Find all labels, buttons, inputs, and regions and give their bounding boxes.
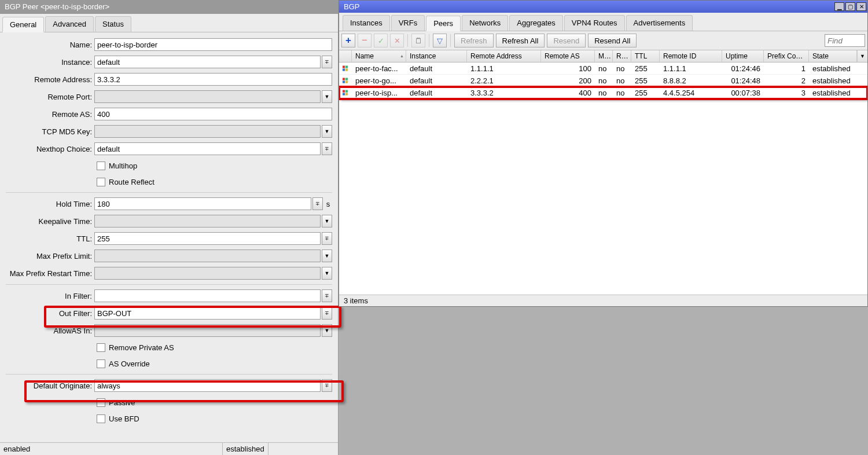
col-menu-icon[interactable]: ▼ bbox=[857, 50, 867, 62]
grid-header: Name Instance Remote Address Remote AS M… bbox=[339, 50, 867, 63]
checkbox-multihop[interactable] bbox=[97, 162, 105, 170]
checkbox-route-reflect[interactable] bbox=[97, 178, 105, 186]
col-name[interactable]: Name bbox=[352, 50, 406, 62]
cell-multihop: no bbox=[595, 76, 613, 85]
table-row[interactable]: peer-to-fac...default1.1.1.1100nono2551.… bbox=[339, 63, 867, 75]
input-nexthop[interactable] bbox=[94, 142, 321, 155]
maxpfxr-dropdown-icon[interactable]: ▼ bbox=[322, 267, 332, 280]
col-remote-as[interactable]: Remote AS bbox=[541, 50, 595, 62]
label-ttl: TTL: bbox=[0, 234, 94, 243]
cell-ttl: 255 bbox=[631, 89, 660, 97]
remove-button[interactable]: − bbox=[358, 34, 372, 47]
input-infilter[interactable] bbox=[94, 289, 321, 302]
col-route-reflect[interactable]: Ro... bbox=[613, 50, 631, 62]
infilter-dropdown-icon[interactable]: ∓ bbox=[322, 289, 332, 302]
label-remove-private-as: Remove Private AS bbox=[109, 343, 174, 352]
tab-vrfs[interactable]: VRFs bbox=[391, 15, 425, 31]
allowas-dropdown-icon[interactable]: ▼ bbox=[322, 324, 332, 337]
bgp-title-text: BGP bbox=[344, 2, 359, 11]
find-input[interactable] bbox=[825, 34, 865, 47]
svg-rect-11 bbox=[345, 93, 348, 95]
label-remote-port: Remote Port: bbox=[0, 93, 94, 101]
input-keepalive[interactable] bbox=[94, 215, 321, 228]
disable-button[interactable]: ✕ bbox=[390, 34, 404, 47]
deforig-dropdown-icon[interactable]: ∓ bbox=[322, 379, 332, 392]
input-remote-port[interactable] bbox=[94, 90, 321, 103]
tab-instances[interactable]: Instances bbox=[343, 15, 390, 31]
col-flag[interactable] bbox=[339, 50, 352, 62]
checkbox-remove-private-as[interactable] bbox=[97, 343, 105, 352]
refresh-button[interactable]: Refresh bbox=[454, 34, 494, 47]
cell-prefix-count: 1 bbox=[764, 64, 809, 73]
input-instance[interactable] bbox=[94, 56, 321, 68]
cell-uptime: 00:07:38 bbox=[722, 89, 764, 97]
add-button[interactable]: + bbox=[341, 34, 355, 47]
resend-all-button[interactable]: Resend All bbox=[588, 34, 637, 47]
tab-peers[interactable]: Peers bbox=[426, 16, 461, 31]
tab-advanced[interactable]: Advanced bbox=[45, 16, 94, 32]
table-row[interactable]: peer-to-isp...default3.3.3.2400nono2554.… bbox=[339, 87, 867, 99]
cell-multihop: no bbox=[595, 89, 613, 97]
refresh-all-button[interactable]: Refresh All bbox=[496, 34, 545, 47]
cell-remote-id: 8.8.8.2 bbox=[660, 76, 722, 85]
col-prefix-count[interactable]: Prefix Count bbox=[764, 50, 809, 62]
col-instance[interactable]: Instance bbox=[406, 50, 467, 62]
svg-rect-4 bbox=[343, 78, 345, 80]
checkbox-as-override[interactable] bbox=[97, 359, 105, 368]
maximize-icon[interactable]: ▢ bbox=[845, 2, 855, 11]
col-multihop[interactable]: M... bbox=[595, 50, 613, 62]
minimize-icon[interactable]: ▁ bbox=[834, 2, 844, 11]
input-ttl[interactable] bbox=[94, 232, 321, 245]
input-maxpfxr[interactable] bbox=[94, 267, 321, 280]
col-ttl[interactable]: TTL bbox=[631, 50, 660, 62]
hold-dropdown-icon[interactable]: ∓ bbox=[312, 197, 323, 210]
col-remote-id[interactable]: Remote ID bbox=[660, 50, 722, 62]
md5-dropdown-icon[interactable]: ▼ bbox=[322, 125, 332, 138]
label-remote-address: Remote Address: bbox=[0, 75, 94, 84]
ttl-dropdown-icon[interactable]: ∓ bbox=[322, 232, 332, 245]
peer-icon bbox=[339, 78, 352, 84]
peers-grid: Name Instance Remote Address Remote AS M… bbox=[339, 50, 867, 294]
comment-button[interactable]: 🗒 bbox=[411, 34, 425, 47]
tab-networks[interactable]: Networks bbox=[462, 15, 508, 31]
maxpfx-dropdown-icon[interactable]: ▼ bbox=[322, 249, 332, 262]
filter-icon[interactable]: ▽ bbox=[433, 34, 447, 47]
checkbox-passive[interactable] bbox=[97, 398, 105, 407]
close-icon[interactable]: ✕ bbox=[856, 2, 866, 11]
cell-instance: default bbox=[406, 76, 467, 85]
col-uptime[interactable]: Uptime bbox=[722, 50, 764, 62]
input-remote-address[interactable] bbox=[94, 73, 332, 86]
resend-button[interactable]: Resend bbox=[547, 34, 586, 47]
input-hold-time[interactable] bbox=[94, 197, 311, 210]
col-remote-address[interactable]: Remote Address bbox=[467, 50, 541, 62]
input-default-originate[interactable] bbox=[94, 379, 321, 392]
tab-vpn4-routes[interactable]: VPN4 Routes bbox=[564, 15, 625, 31]
cell-instance: default bbox=[406, 89, 467, 97]
input-maxpfx[interactable] bbox=[94, 249, 321, 262]
checkbox-use-bfd[interactable] bbox=[97, 414, 105, 423]
tab-general[interactable]: General bbox=[2, 17, 44, 32]
tab-advertisements[interactable]: Advertisements bbox=[626, 15, 693, 31]
bgp-toolbar: + − ✓ ✕ 🗒 ▽ Refresh Refresh All Resend R… bbox=[339, 31, 867, 50]
input-md5[interactable] bbox=[94, 125, 321, 138]
bgp-titlebar[interactable]: BGP ▁ ▢ ✕ bbox=[339, 1, 867, 13]
label-passive: Passive bbox=[109, 398, 135, 407]
col-state[interactable]: State bbox=[809, 50, 857, 62]
remote-port-dropdown-icon[interactable]: ▼ bbox=[322, 90, 332, 103]
cell-remote-address: 2.2.2.1 bbox=[467, 76, 541, 85]
enable-button[interactable]: ✓ bbox=[374, 34, 388, 47]
keepalive-dropdown-icon[interactable]: ▼ bbox=[322, 215, 332, 228]
status-enabled: enabled bbox=[0, 443, 223, 455]
table-row[interactable]: peer-to-go...default2.2.2.1200nono2558.8… bbox=[339, 75, 867, 87]
input-remote-as[interactable] bbox=[94, 108, 332, 120]
input-outfilter[interactable] bbox=[94, 307, 321, 320]
instance-dropdown-icon[interactable]: ∓ bbox=[322, 56, 332, 68]
outfilter-dropdown-icon[interactable]: ∓ bbox=[322, 307, 332, 320]
nexthop-dropdown-icon[interactable]: ∓ bbox=[322, 142, 332, 155]
tab-aggregates[interactable]: Aggregates bbox=[509, 15, 563, 31]
input-name[interactable] bbox=[94, 38, 332, 51]
input-allowas[interactable] bbox=[94, 324, 321, 337]
tab-status[interactable]: Status bbox=[95, 16, 131, 32]
cell-prefix-count: 3 bbox=[764, 89, 809, 97]
svg-rect-5 bbox=[345, 78, 348, 80]
